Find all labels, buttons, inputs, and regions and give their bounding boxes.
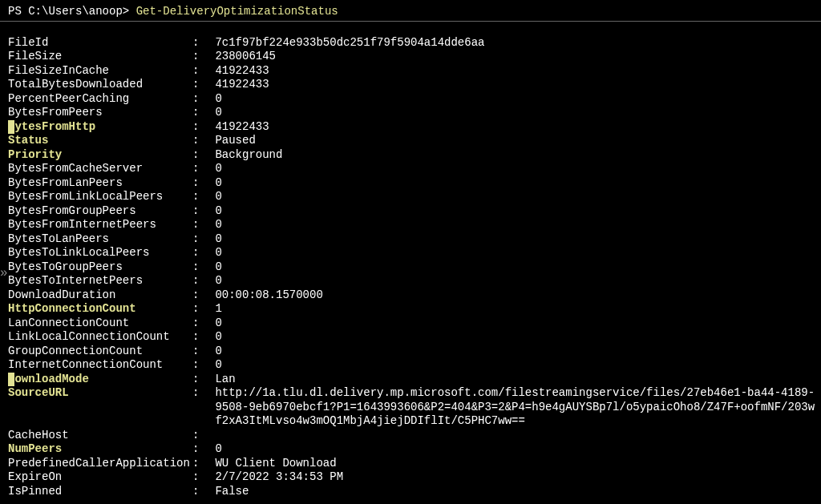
prompt-line[interactable]: PS C:\Users\anoop> Get-DeliveryOptimizat… [0,5,821,22]
property-value: 0 [208,92,222,107]
property-value: 0 [208,176,222,191]
separator: : [192,78,208,92]
property-key: DownloadMode [8,373,192,387]
output-row: BytesFromLinkLocalPeers: 0 [8,190,821,204]
property-value: 238006145 [208,50,276,64]
property-key: HttpConnectionCount [8,302,192,317]
separator: : [192,429,208,443]
property-key: BytesToLanPeers [8,232,192,247]
property-key: IsPinned [8,485,192,499]
property-value: 0 [208,162,222,176]
output-row: DownloadDuration: 00:00:08.1570000 [8,288,821,303]
property-value: 0 [208,345,222,359]
output-row: Priority: Background [8,148,821,163]
separator: : [192,36,208,50]
property-key: BytesFromGroupPeers [8,204,192,219]
property-key: Status [8,134,192,148]
property-key: FileSizeInCache [8,64,192,79]
output-row: BytesFromHttp: 41922433 [8,120,821,135]
property-value: Lan [208,373,236,387]
separator: : [192,373,208,387]
highlight-marker-icon [8,373,14,386]
property-value: Paused [208,134,256,148]
separator: : [192,442,208,457]
output-row: IsPinned: False [8,485,821,499]
output-row: PercentPeerCaching: 0 [8,92,821,107]
separator: : [192,92,208,107]
property-key: BytesFromPeers [8,106,192,120]
prompt-command: Get-DeliveryOptimizationStatus [136,5,338,18]
separator: : [192,64,208,79]
output-row: BytesFromLanPeers: 0 [8,176,821,191]
property-key: FileSize [8,50,192,64]
output-row: BytesFromPeers: 0 [8,106,821,120]
output-row: PredefinedCallerApplication: WU Client D… [8,457,821,471]
property-value: 0 [208,358,222,373]
property-key: DownloadDuration [8,288,192,303]
property-key: InternetConnectionCount [8,358,192,373]
separator: : [192,162,208,176]
property-value-continuation: f2xA3ItMLvso4w3mOQ1MbjA4jiejDDIflIt/C5PH… [208,414,525,429]
output-row-continuation: f2xA3ItMLvso4w3mOQ1MbjA4jiejDDIflIt/C5PH… [8,414,821,429]
output-row: CacheHost: [8,429,821,443]
property-value: 7c1f97bf224e933b50dc251f79f5904a14dde6aa [208,36,484,50]
output-row: FileSize: 238006145 [8,50,821,64]
property-value: 0 [208,442,222,457]
separator: : [192,232,208,247]
output-row: FileSizeInCache: 41922433 [8,64,821,79]
separator: : [192,386,208,401]
property-value [208,429,215,443]
output-row: SourceURL: http://1a.tlu.dl.delivery.mp.… [8,386,821,401]
property-key: CacheHost [8,429,192,443]
separator: : [192,358,208,373]
prompt-prefix: PS C:\Users\anoop> [8,5,136,18]
property-value: False [208,485,249,499]
scroll-indicator-icon: » [0,270,8,278]
property-value: 0 [208,106,222,120]
property-key: BytesFromHttp [8,120,192,135]
separator: : [192,345,208,359]
property-key: BytesFromLinkLocalPeers [8,190,192,204]
property-key: TotalBytesDownloaded [8,78,192,92]
property-key: BytesToLinkLocalPeers [8,246,192,260]
output-row: NumPeers: 0 [8,442,821,457]
separator: : [192,317,208,331]
separator: : [192,50,208,64]
property-key: PercentPeerCaching [8,92,192,107]
separator: : [192,176,208,191]
output-row: BytesFromInternetPeers: 0 [8,218,821,232]
separator: : [192,120,208,135]
separator: : [192,457,208,471]
output-row: GroupConnectionCount: 0 [8,345,821,359]
separator: : [192,204,208,219]
output-row: LanConnectionCount: 0 [8,317,821,331]
output-row: BytesToLinkLocalPeers: 0 [8,246,821,260]
property-key: LinkLocalConnectionCount [8,330,192,345]
property-value: 0 [208,246,222,260]
output-row: HttpConnectionCount: 1 [8,302,821,317]
output-row: ExpireOn: 2/7/2022 3:34:53 PM [8,470,821,485]
property-key: BytesToInternetPeers [8,274,192,288]
property-key: ExpireOn [8,470,192,485]
separator: : [192,246,208,260]
property-key: NumPeers [8,442,192,457]
command-output: FileId: 7c1f97bf224e933b50dc251f79f5904a… [0,36,821,499]
property-value: 0 [208,190,222,204]
property-key: BytesFromLanPeers [8,176,192,191]
property-key: PredefinedCallerApplication [8,457,192,471]
property-value-continuation: 9508-9eb6970ebcf1?P1=1643993606&P2=404&P… [208,401,815,415]
output-row: Status: Paused [8,134,821,148]
property-value: http://1a.tlu.dl.delivery.mp.microsoft.c… [208,386,815,401]
separator: : [192,190,208,204]
property-value: 0 [208,232,222,247]
highlight-marker-icon [8,120,14,134]
output-row: FileId: 7c1f97bf224e933b50dc251f79f5904a… [8,36,821,50]
property-value: 41922433 [208,78,269,92]
property-value: 41922433 [208,120,269,135]
separator: : [192,330,208,345]
output-row: TotalBytesDownloaded: 41922433 [8,78,821,92]
output-row: DownloadMode: Lan [8,373,821,387]
separator: : [192,148,208,163]
output-row: BytesFromGroupPeers: 0 [8,204,821,219]
property-key: Priority [8,148,192,163]
